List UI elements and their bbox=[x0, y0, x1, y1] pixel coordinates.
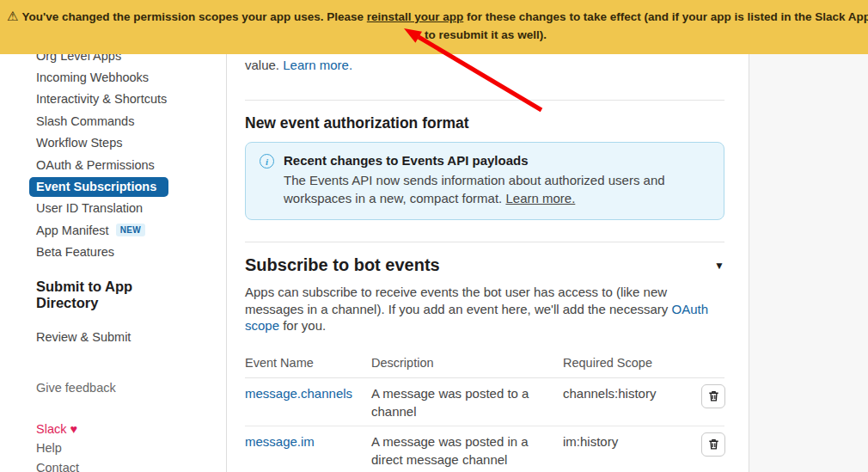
new-badge: NEW bbox=[116, 224, 146, 236]
table-row: message.channels A message was posted to… bbox=[245, 378, 724, 426]
trash-icon bbox=[707, 389, 720, 402]
sidebar-item-slash-commands[interactable]: Slash Commands bbox=[0, 110, 226, 132]
info-box-title: Recent changes to Events API payloads bbox=[284, 153, 710, 168]
subscribe-bot-events-description: Apps can subscribe to receive events the… bbox=[245, 284, 723, 334]
banner-line-1: ⚠You've changed the permission scopes yo… bbox=[0, 0, 868, 24]
reinstall-warning-banner: ⚠You've changed the permission scopes yo… bbox=[0, 0, 868, 54]
banner-text-tail: for these changes to take effect (and if… bbox=[463, 10, 868, 23]
give-feedback-link[interactable]: Give feedback bbox=[36, 381, 226, 395]
desc-text: Apps can subscribe to receive events the… bbox=[245, 285, 672, 316]
banner-text: You've changed the permission scopes you… bbox=[21, 10, 366, 23]
submit-to-app-directory-heading: Submit to App Directory bbox=[36, 279, 152, 311]
desc-text-tail: for you. bbox=[279, 318, 326, 333]
sidebar-item-review-submit[interactable]: Review & Submit bbox=[36, 330, 226, 344]
subscribe-bot-events-heading: Subscribe to bot events bbox=[245, 255, 440, 275]
intro-paragraph-tail: value. Learn more. bbox=[245, 58, 724, 72]
collapse-caret-icon[interactable]: ▼ bbox=[714, 260, 724, 272]
sidebar-item-beta-features[interactable]: Beta Features bbox=[0, 242, 226, 263]
help-link[interactable]: Help bbox=[36, 441, 62, 455]
learn-more-link-infobox[interactable]: Learn more. bbox=[505, 191, 575, 205]
selected-nav-pill: Event Subscriptions bbox=[29, 177, 168, 197]
event-required-scope: im:history bbox=[563, 432, 688, 451]
sidebar-item-user-id-translation[interactable]: User ID Translation bbox=[0, 198, 226, 219]
info-box-body: The Events API now sends information abo… bbox=[284, 171, 710, 207]
sidebar-item-event-subscriptions[interactable]: Event Subscriptions bbox=[0, 175, 226, 197]
divider bbox=[245, 242, 724, 242]
col-header-description: Description bbox=[371, 356, 563, 370]
sidebar-item-interactivity-shortcuts[interactable]: Interactivity & Shortcuts bbox=[0, 89, 226, 110]
intro-text: value. bbox=[245, 58, 283, 72]
bot-events-table: Event Name Description Required Scope me… bbox=[245, 351, 724, 472]
slack-heart-link[interactable]: Slack ♥ bbox=[36, 422, 77, 436]
delete-event-button[interactable] bbox=[701, 384, 725, 408]
new-event-authorization-heading: New event authorization format bbox=[245, 114, 724, 132]
sidebar-item-workflow-steps[interactable]: Workflow Steps bbox=[0, 132, 226, 154]
warning-icon: ⚠ bbox=[7, 9, 18, 23]
table-header-row: Event Name Description Required Scope bbox=[245, 351, 724, 378]
delete-event-button[interactable] bbox=[701, 432, 725, 457]
sidebar-item-app-manifest[interactable]: App ManifestNEW bbox=[0, 219, 226, 241]
sidebar-footer-links: Slack ♥ Help Contact Policies bbox=[36, 420, 226, 472]
event-name-link[interactable]: message.im bbox=[245, 434, 315, 449]
learn-more-link-top[interactable]: Learn more. bbox=[283, 58, 352, 72]
main-content: value. Learn more. New event authorizati… bbox=[226, 0, 749, 472]
reinstall-your-app-link[interactable]: reinstall your app bbox=[367, 10, 464, 23]
sidebar-item-incoming-webhooks[interactable]: Incoming Webhooks bbox=[0, 66, 226, 88]
sidebar: Org Level Apps Incoming Webhooks Interac… bbox=[0, 0, 226, 472]
info-icon: i bbox=[260, 154, 274, 169]
contact-link[interactable]: Contact bbox=[36, 461, 79, 472]
sidebar-nav: Org Level Apps Incoming Webhooks Interac… bbox=[0, 45, 226, 263]
event-description: A message was posted in a direct message… bbox=[371, 432, 563, 469]
trash-icon bbox=[707, 438, 720, 451]
col-header-event-name: Event Name bbox=[245, 356, 371, 370]
table-row: message.im A message was posted in a dir… bbox=[245, 426, 724, 472]
event-name-link[interactable]: message.channels bbox=[245, 386, 352, 401]
event-required-scope: channels:history bbox=[563, 384, 688, 402]
sidebar-item-oauth-permissions[interactable]: OAuth & Permissions bbox=[0, 154, 226, 175]
subscribe-bot-events-header-row: Subscribe to bot events ▼ bbox=[245, 255, 724, 275]
page-layout: Org Level Apps Incoming Webhooks Interac… bbox=[0, 0, 868, 472]
divider bbox=[245, 100, 724, 101]
events-api-info-box: i Recent changes to Events API payloads … bbox=[245, 142, 724, 220]
col-header-required-scope: Required Scope bbox=[563, 356, 688, 370]
info-box-content: Recent changes to Events API payloads Th… bbox=[284, 153, 710, 207]
info-body-text: The Events API now sends information abo… bbox=[284, 173, 665, 205]
event-description: A message was posted to a channel bbox=[371, 384, 563, 420]
banner-line-2: to resubmit it as well). bbox=[0, 24, 868, 41]
